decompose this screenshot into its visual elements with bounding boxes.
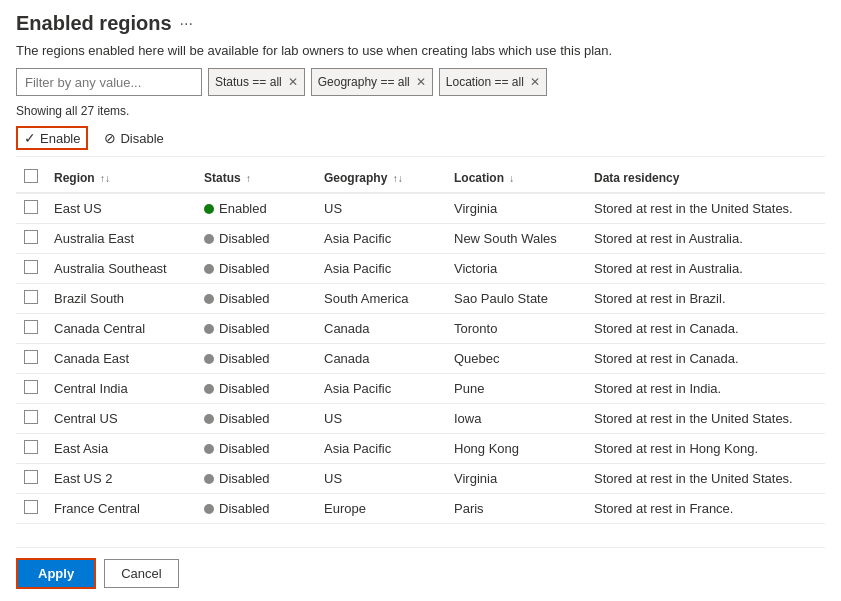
row-region: Central US <box>46 404 196 434</box>
row-residency: Stored at rest in the United States. <box>586 193 825 224</box>
table-row: Australia Southeast Disabled Asia Pacifi… <box>16 254 825 284</box>
geography-filter-close[interactable]: ✕ <box>416 75 426 89</box>
row-checkbox[interactable] <box>24 470 38 484</box>
geography-sort-icon: ↑↓ <box>393 173 403 184</box>
row-status: Disabled <box>196 284 316 314</box>
row-checkbox[interactable] <box>24 410 38 424</box>
row-checkbox[interactable] <box>24 260 38 274</box>
geography-header[interactable]: Geography ↑↓ <box>316 163 446 193</box>
status-label: Enabled <box>219 201 267 216</box>
row-geography: Asia Pacific <box>316 374 446 404</box>
status-label: Disabled <box>219 321 270 336</box>
row-checkbox[interactable] <box>24 290 38 304</box>
row-geography: Europe <box>316 494 446 524</box>
status-dot <box>204 324 214 334</box>
table-row: East Asia Disabled Asia Pacific Hong Kon… <box>16 434 825 464</box>
row-geography: Canada <box>316 344 446 374</box>
row-region: East US <box>46 193 196 224</box>
row-status: Disabled <box>196 464 316 494</box>
row-residency: Stored at rest in Canada. <box>586 344 825 374</box>
row-geography: Asia Pacific <box>316 254 446 284</box>
regions-table: Region ↑↓ Status ↑ Geography ↑↓ Location… <box>16 163 825 524</box>
table-row: Australia East Disabled Asia Pacific New… <box>16 224 825 254</box>
status-dot <box>204 234 214 244</box>
row-checkbox-cell <box>16 464 46 494</box>
status-dot <box>204 354 214 364</box>
page-title: Enabled regions <box>16 12 172 35</box>
enable-label: Enable <box>40 131 80 146</box>
row-checkbox[interactable] <box>24 500 38 514</box>
row-status: Disabled <box>196 494 316 524</box>
location-sort-icon: ↓ <box>509 173 514 184</box>
row-region: Canada East <box>46 344 196 374</box>
row-checkbox-cell <box>16 284 46 314</box>
enable-button[interactable]: ✓ Enable <box>16 126 88 150</box>
apply-button[interactable]: Apply <box>16 558 96 589</box>
row-location: Toronto <box>446 314 586 344</box>
row-checkbox-cell <box>16 254 46 284</box>
row-location: New South Wales <box>446 224 586 254</box>
row-checkbox-cell <box>16 344 46 374</box>
row-geography: Asia Pacific <box>316 224 446 254</box>
status-dot <box>204 294 214 304</box>
row-region: East US 2 <box>46 464 196 494</box>
select-all-checkbox[interactable] <box>24 169 38 183</box>
footer: Apply Cancel <box>16 547 825 589</box>
disable-button[interactable]: ⊘ Disable <box>100 128 167 148</box>
page-container: Enabled regions ··· The regions enabled … <box>0 0 841 601</box>
row-status: Enabled <box>196 193 316 224</box>
row-location: Virginia <box>446 464 586 494</box>
table-row: East US Enabled US Virginia Stored at re… <box>16 193 825 224</box>
status-label: Disabled <box>219 381 270 396</box>
row-region: East Asia <box>46 434 196 464</box>
row-status: Disabled <box>196 224 316 254</box>
table-row: Central India Disabled Asia Pacific Pune… <box>16 374 825 404</box>
row-checkbox[interactable] <box>24 320 38 334</box>
geography-filter-tag: Geography == all ✕ <box>311 68 433 96</box>
status-label: Disabled <box>219 351 270 366</box>
page-header: Enabled regions ··· <box>16 12 825 35</box>
row-location: Quebec <box>446 344 586 374</box>
disable-label: Disable <box>120 131 163 146</box>
row-region: Central India <box>46 374 196 404</box>
status-label: Disabled <box>219 231 270 246</box>
row-checkbox[interactable] <box>24 230 38 244</box>
toolbar: ✓ Enable ⊘ Disable <box>16 126 825 157</box>
status-dot <box>204 444 214 454</box>
checkmark-icon: ✓ <box>24 130 36 146</box>
row-geography: US <box>316 404 446 434</box>
status-dot <box>204 204 214 214</box>
row-checkbox[interactable] <box>24 440 38 454</box>
row-region: Brazil South <box>46 284 196 314</box>
row-checkbox[interactable] <box>24 350 38 364</box>
row-checkbox[interactable] <box>24 380 38 394</box>
row-status: Disabled <box>196 374 316 404</box>
table-row: Central US Disabled US Iowa Stored at re… <box>16 404 825 434</box>
row-status: Disabled <box>196 434 316 464</box>
row-geography: Canada <box>316 314 446 344</box>
row-residency: Stored at rest in Canada. <box>586 314 825 344</box>
filter-input[interactable] <box>16 68 202 96</box>
row-checkbox[interactable] <box>24 200 38 214</box>
table-row: Canada East Disabled Canada Quebec Store… <box>16 344 825 374</box>
row-region: France Central <box>46 494 196 524</box>
row-residency: Stored at rest in Australia. <box>586 224 825 254</box>
row-geography: South America <box>316 284 446 314</box>
status-label: Disabled <box>219 411 270 426</box>
status-filter-close[interactable]: ✕ <box>288 75 298 89</box>
status-dot <box>204 474 214 484</box>
more-options-icon[interactable]: ··· <box>180 15 193 33</box>
status-dot <box>204 384 214 394</box>
table-row: France Central Disabled Europe Paris Sto… <box>16 494 825 524</box>
status-header[interactable]: Status ↑ <box>196 163 316 193</box>
location-filter-close[interactable]: ✕ <box>530 75 540 89</box>
filter-bar: Status == all ✕ Geography == all ✕ Locat… <box>16 68 825 96</box>
row-location: Virginia <box>446 193 586 224</box>
row-region: Australia Southeast <box>46 254 196 284</box>
location-header[interactable]: Location ↓ <box>446 163 586 193</box>
table-body: East US Enabled US Virginia Stored at re… <box>16 193 825 524</box>
disable-icon: ⊘ <box>104 130 116 146</box>
cancel-button[interactable]: Cancel <box>104 559 178 588</box>
page-description: The regions enabled here will be availab… <box>16 43 825 58</box>
region-header[interactable]: Region ↑↓ <box>46 163 196 193</box>
